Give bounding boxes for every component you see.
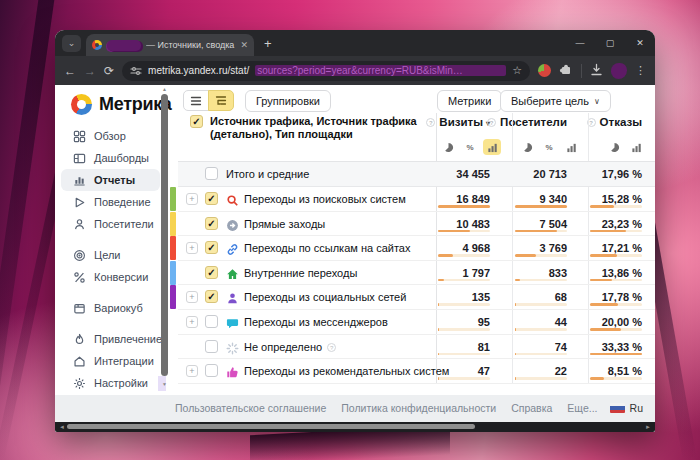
- percent-chart-button[interactable]: %: [461, 139, 479, 155]
- table-row: + Переходы из рекомендательных систем 47…: [178, 359, 655, 384]
- help-icon: ?: [426, 118, 435, 127]
- download-icon[interactable]: [590, 62, 603, 80]
- sidebar-item-attraction[interactable]: Привлечение: [61, 328, 160, 350]
- row-color-stripe: [170, 285, 176, 309]
- scroll-up-icon[interactable]: ▲: [161, 86, 168, 92]
- metrics-button[interactable]: Метрики: [437, 90, 502, 112]
- row-checkbox[interactable]: ✓: [205, 290, 218, 303]
- direct-icon: [226, 218, 239, 231]
- row-checkbox[interactable]: ✓: [205, 241, 218, 254]
- browser-menu-icon[interactable]: ⋮: [635, 64, 646, 77]
- footer-link[interactable]: Справка: [511, 402, 552, 414]
- maximize-button[interactable]: ▢: [595, 30, 625, 56]
- sidebar-item-visitors[interactable]: Посетители: [61, 213, 160, 235]
- site-info-icon[interactable]: [130, 65, 142, 77]
- visitors-value: 9 340: [539, 193, 567, 205]
- table-toolbar: Группировки Метрики Выберите цель ∨: [183, 90, 655, 113]
- row-label[interactable]: Прямые заходы: [244, 218, 325, 230]
- tab-title: — Источники, сводка —: [146, 40, 235, 50]
- visits-value: 95: [478, 316, 490, 328]
- pie-chart-button[interactable]: [605, 139, 623, 155]
- sidebar-item-label: Привлечение: [94, 333, 162, 345]
- totals-label: Итого и средние: [226, 168, 309, 180]
- horizontal-scrollbar[interactable]: ◄ ►: [55, 422, 655, 432]
- sidebar-item-settings[interactable]: Настройки: [61, 372, 160, 394]
- bookmark-star-icon[interactable]: ☆: [512, 64, 522, 77]
- new-tab-button[interactable]: +: [264, 36, 272, 51]
- vertical-scrollbar[interactable]: ▲ ▼: [160, 85, 169, 395]
- row-checkbox[interactable]: [205, 364, 218, 377]
- adblock-extension-icon[interactable]: [538, 64, 551, 77]
- sidebar-item-dashboards[interactable]: Дашборды: [61, 147, 160, 169]
- row-checkbox[interactable]: ✓: [205, 266, 218, 279]
- sidebar-item-goals[interactable]: Цели: [61, 244, 160, 266]
- minimize-button[interactable]: —: [565, 30, 595, 56]
- metrika-logo[interactable]: Метрика: [71, 94, 172, 115]
- back-button[interactable]: ←: [64, 64, 76, 78]
- expand-button[interactable]: +: [186, 316, 198, 328]
- scroll-left-icon[interactable]: ◄: [59, 423, 65, 431]
- sidebar-nav: Обзор Дашборды Отчеты Поведение Посетите…: [61, 125, 160, 394]
- row-checkbox[interactable]: [205, 340, 218, 353]
- scroll-right-icon[interactable]: ►: [645, 423, 651, 431]
- vertical-scrollbar-thumb[interactable]: [161, 94, 168, 376]
- row-label[interactable]: Переходы по ссылкам на сайтах: [244, 242, 410, 254]
- horizontal-scrollbar-thumb[interactable]: [67, 424, 475, 429]
- sidebar-item-conversions[interactable]: Конверсии: [61, 266, 160, 288]
- footer-link[interactable]: Политика конфиденциальности: [341, 402, 496, 414]
- tree-view-toggle[interactable]: [208, 90, 234, 111]
- forward-button[interactable]: →: [84, 64, 96, 78]
- list-view-toggle[interactable]: [183, 90, 209, 111]
- pie-chart-button[interactable]: [518, 139, 536, 155]
- expand-button[interactable]: +: [186, 193, 198, 205]
- row-checkbox[interactable]: [205, 315, 218, 328]
- row-label[interactable]: Переходы из поисковых систем: [244, 193, 406, 205]
- row-label[interactable]: Переходы из мессенджеров: [244, 316, 388, 328]
- bars-chart-button[interactable]: [627, 139, 645, 155]
- expand-button[interactable]: +: [186, 365, 198, 377]
- footer-link[interactable]: Пользовательское соглашение: [175, 402, 326, 414]
- grouping-title: Источник трафика, Источник трафика (дета…: [210, 115, 435, 141]
- sidebar-item-reports[interactable]: Отчеты: [61, 169, 160, 191]
- language-switcher[interactable]: Ru: [610, 402, 643, 414]
- percent-chart-button[interactable]: %: [540, 139, 558, 155]
- tab-close-icon[interactable]: ✕: [240, 40, 248, 50]
- row-label[interactable]: Не определено?: [244, 341, 336, 353]
- bars-chart-button[interactable]: [562, 139, 580, 155]
- groupings-button[interactable]: Группировки: [245, 90, 331, 112]
- table-row: + ✓ Переходы из поисковых систем 16 849 …: [178, 187, 655, 212]
- tab-search-button[interactable]: ⌄: [62, 35, 81, 52]
- column-header-2[interactable]: ?Отказы: [587, 116, 642, 128]
- chevron-down-icon: ∨: [594, 97, 600, 106]
- sidebar-item-variocube[interactable]: Вариокуб: [61, 297, 160, 319]
- scroll-down-icon[interactable]: ▼: [161, 381, 168, 387]
- choose-goal-button[interactable]: Выберите цель ∨: [500, 90, 611, 112]
- profile-avatar[interactable]: [611, 63, 627, 79]
- row-label[interactable]: Переходы из рекомендательных систем: [244, 365, 449, 377]
- integrations-icon: [73, 355, 86, 368]
- table-row: ✓ Внутренние переходы 1 797 833 13,86 %: [178, 261, 655, 286]
- visits-value: 81: [478, 341, 490, 353]
- reload-button[interactable]: ⟳: [104, 64, 114, 78]
- expand-button[interactable]: +: [186, 291, 198, 303]
- sidebar-item-integrations[interactable]: Интеграции: [61, 350, 160, 372]
- totals-checkbox[interactable]: [205, 167, 218, 180]
- close-button[interactable]: ✕: [625, 30, 655, 56]
- row-label[interactable]: Внутренние переходы: [244, 267, 357, 279]
- row-label[interactable]: Переходы из социальных сетей: [244, 291, 406, 303]
- home-icon: [226, 267, 239, 280]
- extensions-puzzle-icon[interactable]: [559, 62, 573, 80]
- bounce-value: 15,28 %: [602, 193, 642, 205]
- column-header-1[interactable]: ?Посетители: [487, 116, 567, 128]
- sidebar-item-behavior[interactable]: Поведение: [61, 191, 160, 213]
- sidebar-item-overview[interactable]: Обзор: [61, 125, 160, 147]
- bars-chart-button[interactable]: [483, 139, 501, 155]
- row-checkbox[interactable]: ✓: [205, 192, 218, 205]
- grouping-checkbox[interactable]: ✓: [190, 115, 203, 128]
- expand-button[interactable]: +: [186, 242, 198, 254]
- browser-tab[interactable]: — Источники, сводка — ✕: [86, 34, 254, 56]
- row-checkbox[interactable]: ✓: [205, 217, 218, 230]
- footer-link[interactable]: Еще...: [567, 402, 597, 414]
- pie-chart-button[interactable]: [439, 139, 457, 155]
- address-bar[interactable]: metrika.yandex.ru/stat/ sources?period=y…: [122, 61, 530, 81]
